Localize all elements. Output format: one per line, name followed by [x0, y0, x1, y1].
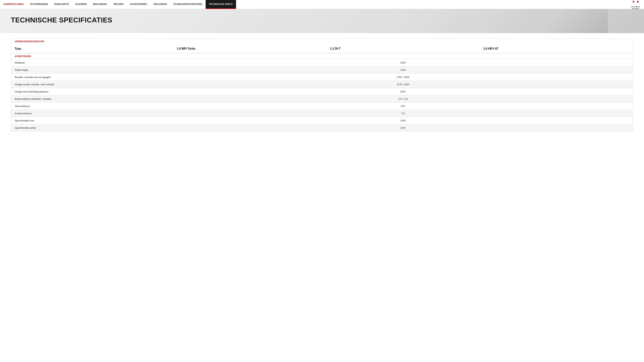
row-label: Wielbasis [11, 59, 173, 66]
table-row: Breedte / breedte over de spiegels1797 /… [11, 74, 633, 81]
nav-items: AANDRIJFLIJNENUITVOERINGENHIGHLIGHTSKLEU… [0, 0, 627, 9]
col-mpi-turbo: 1.0 MPI Turbo [173, 44, 326, 53]
row-label: Bodemvrijheid onbeladen / beladen [11, 95, 173, 103]
row-label: Hoogte zonder roofrails / met roofrails [11, 81, 173, 88]
nav-item-aandrijflijnen[interactable]: AANDRIJFLIJNEN [0, 0, 27, 9]
section-afmetingen-row: AFMETINGEN [11, 53, 633, 59]
col-type: Type [11, 44, 173, 53]
row-label: Hoogte met achterklep geopend [11, 88, 173, 95]
row-label: Achteroverbouw [11, 110, 173, 117]
col-hev-at: 1.6 HEV AT [480, 44, 633, 53]
specs-table: VERBRANDINGSMOTOR Type 1.0 MPI Turbo 1.3… [11, 39, 633, 131]
nav-item-bekleding[interactable]: BEKLEDING [90, 0, 110, 9]
nav-item-accessoires[interactable]: ACCESSOIRES [127, 0, 150, 9]
row-value-merged: 1576 / 1585 [173, 81, 633, 88]
section-verbrandingsmotor: VERBRANDINGSMOTOR [11, 39, 633, 44]
table-row: Spoorbreedte achter1547 [11, 124, 633, 132]
row-label: Vooroverbouw [11, 103, 173, 110]
section-afmetingen: AFMETINGEN [11, 53, 633, 59]
row-value-merged: 4236 [173, 66, 633, 74]
table-row: Bodemvrijheid onbeladen / beladen174 / 1… [11, 95, 633, 103]
row-value-merged: 2639 [173, 59, 633, 66]
row-label: Breedte / breedte over de spiegels [11, 74, 173, 81]
logo-icon [631, 0, 640, 5]
row-value-merged: 1797 / 2003 [173, 74, 633, 81]
table-row: Hoogte zonder roofrails / met roofrails1… [11, 81, 633, 88]
row-label: Spoorbreedte achter [11, 124, 173, 132]
table-row: Spoorbreedte voor1560 [11, 117, 633, 124]
page-title: TECHNISCHE SPECIFICATIES [11, 16, 633, 24]
nav-item-standaarduitrusting[interactable]: STANDAARDUITRUSTING [170, 0, 206, 9]
specs-table-container: VERBRANDINGSMOTOR Type 1.0 MPI Turbo 1.3… [11, 38, 633, 132]
hero-section: TECHNISCHE SPECIFICATIES [0, 9, 644, 33]
row-value-merged: 2041 [173, 88, 633, 95]
svg-marker-1 [632, 0, 634, 2]
table-header-section-row: VERBRANDINGSMOTOR [11, 39, 633, 44]
row-value-merged: 712 [173, 110, 633, 117]
nav-item-veiligheid[interactable]: VEILIGHEID [150, 0, 170, 9]
row-value-merged: 174 / 142 [173, 95, 633, 103]
specs-tbody: Wielbasis2639Totale lengte4236Breedte / … [11, 59, 633, 132]
table-row: Wielbasis2639 [11, 59, 633, 66]
nav-item-uitvoeringen[interactable]: UITVOERINGEN [27, 0, 51, 9]
nav-item-highlights[interactable]: HIGHLIGHTS [51, 0, 72, 9]
nav-item-prijzen[interactable]: PRIJZEN [110, 0, 127, 9]
table-row: Achteroverbouw712 [11, 110, 633, 117]
row-label: Totale lengte [11, 66, 173, 74]
table-header-row: Type 1.0 MPI Turbo 1.3 DI-T 1.6 HEV AT [11, 44, 633, 53]
nav-item-technische-specs[interactable]: TECHNISCHE SPECS [206, 0, 236, 9]
svg-marker-2 [637, 0, 639, 2]
row-value-merged: 876 [173, 103, 633, 110]
main-nav: AANDRIJFLIJNENUITVOERINGENHIGHLIGHTSKLEU… [0, 0, 644, 9]
main-content: VERBRANDINGSMOTOR Type 1.0 MPI Turbo 1.3… [0, 33, 644, 137]
row-value-merged: 1560 [173, 117, 633, 124]
row-value-merged: 1547 [173, 124, 633, 132]
row-label: Spoorbreedte voor [11, 117, 173, 124]
table-row: Hoogte met achterklep geopend2041 [11, 88, 633, 95]
brand-logo: MITSUBISHIMOTORS Drive your Ambition [627, 0, 644, 9]
col-di-t: 1.3 DI-T [326, 44, 480, 53]
nav-item-kleuren[interactable]: KLEUREN [72, 0, 90, 9]
table-row: Vooroverbouw876 [11, 103, 633, 110]
table-row: Totale lengte4236 [11, 66, 633, 74]
